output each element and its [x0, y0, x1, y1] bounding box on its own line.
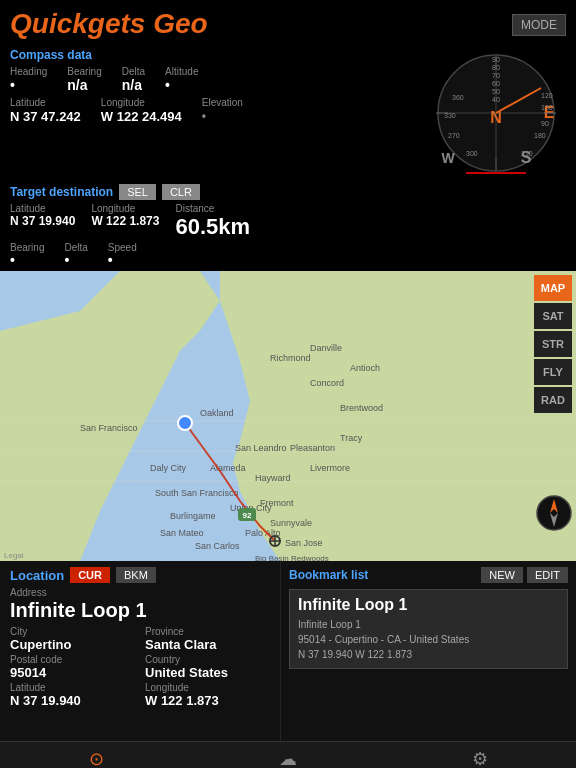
svg-text:360: 360	[452, 94, 464, 101]
bookmark-buttons: NEW EDIT	[481, 567, 568, 583]
svg-text:San Jose: San Jose	[285, 538, 323, 548]
left-panel: Location CUR BKM Address Infinite Loop 1…	[0, 561, 280, 741]
map-container[interactable]: San Francisco Oakland Daly City South Sa…	[0, 271, 576, 561]
bookmark-line1: Infinite Loop 1	[298, 617, 559, 632]
tab-bar: ⊙ Location ☁ Weather ⚙ Setup	[0, 741, 576, 768]
bearing-speed-row: Bearing • Delta • Speed •	[10, 242, 566, 267]
svg-text:330: 330	[444, 112, 456, 119]
svg-text:Livermore: Livermore	[310, 463, 350, 473]
map-buttons: MAP SAT STR FLY RAD	[534, 275, 572, 413]
bearing-label: Bearing	[67, 66, 101, 77]
svg-text:Legal: Legal	[4, 551, 24, 560]
postal-cell: Postal code 95014	[10, 654, 135, 680]
target-bearing-item: Bearing •	[10, 242, 44, 267]
tab-weather[interactable]: ☁ Weather	[192, 742, 384, 768]
bookmark-card[interactable]: Infinite Loop 1 Infinite Loop 1 95014 - …	[289, 589, 568, 669]
target-label: Target destination	[10, 185, 113, 199]
tab-location[interactable]: ⊙ Location	[0, 742, 192, 768]
svg-text:Richmond: Richmond	[270, 353, 311, 363]
location-icon: ⊙	[89, 748, 104, 768]
svg-text:Danville: Danville	[310, 343, 342, 353]
postal-value: 95014	[10, 665, 135, 680]
svg-text:300: 300	[466, 150, 478, 157]
loc-longitude-value: W 122 1.873	[145, 693, 270, 708]
country-value: United States	[145, 665, 270, 680]
address-label: Address	[10, 587, 270, 598]
loc-latitude-value: N 37 19.940	[10, 693, 135, 708]
svg-text:270: 270	[448, 132, 460, 139]
target-latitude-item: Latitude N 37 19.940	[10, 203, 75, 240]
altitude-label: Altitude	[165, 66, 198, 77]
map-btn-fly[interactable]: FLY	[534, 359, 572, 385]
address-value: Infinite Loop 1	[10, 599, 270, 622]
svg-text:Oakland: Oakland	[200, 408, 234, 418]
svg-text:Burlingame: Burlingame	[170, 511, 216, 521]
target-bearing-value: •	[10, 253, 44, 267]
target-speed-item: Speed •	[108, 242, 137, 267]
city-cell: City Cupertino	[10, 626, 135, 652]
target-latitude-label: Latitude	[10, 203, 75, 214]
compass-label: Compass data	[10, 48, 426, 62]
map-btn-sat[interactable]: SAT	[534, 303, 572, 329]
location-header: Location CUR BKM	[10, 567, 270, 583]
longitude-item: Longitude W 122 24.494	[101, 95, 182, 124]
bookmark-line2: 95014 - Cupertino - CA - United States	[298, 632, 559, 647]
bookmark-label: Bookmark list	[289, 568, 368, 582]
loc-longitude-cell: Longitude W 122 1.873	[145, 682, 270, 708]
compass-section: Compass data Heading • Bearing n/a Delta…	[0, 44, 576, 182]
map-btn-rad[interactable]: RAD	[534, 387, 572, 413]
province-label: Province	[145, 626, 270, 637]
target-distance-label: Distance	[175, 203, 250, 214]
bearing-value: n/a	[67, 77, 87, 93]
location-label: Location	[10, 568, 64, 583]
new-bookmark-button[interactable]: NEW	[481, 567, 523, 583]
bearing-item: Bearing n/a	[67, 66, 101, 93]
elevation-label: Elevation	[202, 97, 243, 108]
target-longitude-label: Longitude	[91, 203, 159, 214]
heading-item: Heading •	[10, 66, 47, 93]
target-distance-value: 60.5km	[175, 214, 250, 240]
delta-item: Delta n/a	[122, 66, 145, 93]
target-distance-item: Distance 60.5km	[175, 203, 250, 240]
city-label: City	[10, 626, 135, 637]
sel-button[interactable]: SEL	[119, 184, 156, 200]
compass-map-icon[interactable]	[536, 495, 572, 531]
clr-button[interactable]: CLR	[162, 184, 200, 200]
edit-bookmark-button[interactable]: EDIT	[527, 567, 568, 583]
elevation-item: Elevation •	[202, 95, 243, 124]
heading-label: Heading	[10, 66, 47, 77]
mode-button[interactable]: MODE	[512, 14, 566, 36]
map-btn-str[interactable]: STR	[534, 331, 572, 357]
svg-text:San Mateo: San Mateo	[160, 528, 204, 538]
bkm-button[interactable]: BKM	[116, 567, 156, 583]
cur-button[interactable]: CUR	[70, 567, 110, 583]
right-panel: Bookmark list NEW EDIT Infinite Loop 1 I…	[280, 561, 576, 741]
target-delta-item: Delta •	[64, 242, 87, 267]
svg-text:Pleasanton: Pleasanton	[290, 443, 335, 453]
city-value: Cupertino	[10, 637, 135, 652]
loc-latitude-cell: Latitude N 37 19.940	[10, 682, 135, 708]
svg-text:South San Francisco: South San Francisco	[155, 488, 239, 498]
svg-text:150: 150	[541, 104, 553, 111]
target-latitude-value: N 37 19.940	[10, 214, 75, 228]
svg-text:San Carlos: San Carlos	[195, 541, 240, 551]
tab-setup[interactable]: ⚙ Setup	[384, 742, 576, 768]
svg-text:Hayward: Hayward	[255, 473, 291, 483]
lat-lon-row: Latitude N 37 47.242 Longitude W 122 24.…	[10, 95, 426, 124]
compass-data: Compass data Heading • Bearing n/a Delta…	[10, 48, 426, 178]
header: Quickgets Geo MODE	[0, 0, 576, 44]
postal-label: Postal code	[10, 654, 135, 665]
svg-text:Antioch: Antioch	[350, 363, 380, 373]
svg-text:120: 120	[541, 92, 553, 99]
bookmark-details: Infinite Loop 1 95014 - Cupertino - CA -…	[298, 617, 559, 662]
bookmark-line3: N 37 19.940 W 122 1.873	[298, 647, 559, 662]
target-speed-value: •	[108, 253, 137, 267]
latitude-item: Latitude N 37 47.242	[10, 95, 81, 124]
map-btn-map[interactable]: MAP	[534, 275, 572, 301]
app-title: Quickgets Geo	[10, 8, 208, 40]
elevation-value: •	[202, 109, 243, 123]
svg-marker-30	[200, 271, 576, 561]
svg-text:Concord: Concord	[310, 378, 344, 388]
province-cell: Province Santa Clara	[145, 626, 270, 652]
svg-text:Big Basin Redwoods: Big Basin Redwoods	[255, 554, 329, 561]
